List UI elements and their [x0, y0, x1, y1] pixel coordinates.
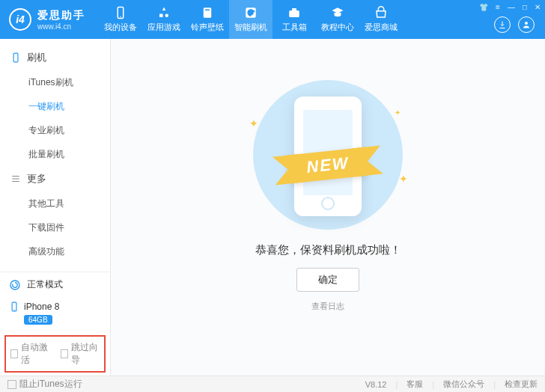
close-icon[interactable]: ✕: [535, 3, 541, 11]
mode-label: 正常模式: [27, 278, 63, 291]
top-nav: 我的设备 应用游戏 铃声壁纸 智能刷机 工具箱 教程中心 爱思商城: [99, 0, 403, 39]
phone-icon: [9, 301, 19, 312]
svg-point-7: [525, 22, 528, 25]
user-icon: [522, 20, 531, 29]
nav-apps-games[interactable]: 应用游戏: [142, 0, 186, 39]
nav-label: 我的设备: [104, 22, 137, 33]
nav-label: 应用游戏: [147, 22, 180, 33]
star-icon: ✦: [399, 173, 408, 185]
list-icon: [10, 174, 21, 184]
sidebar-scroll: 刷机 iTunes刷机 一键刷机 专业刷机 批量刷机 更多 其他工具 下载固件 …: [0, 39, 110, 272]
sidebar-bottom: 正常模式 iPhone 8 64GB 自动激活 跳过向导: [0, 272, 110, 376]
logo-icon: i4: [9, 8, 31, 31]
svg-point-11: [13, 310, 14, 310]
nav-label: 工具箱: [282, 22, 307, 33]
success-message: 恭喜您，保资料刷机成功啦！: [255, 243, 401, 257]
checkbox-icon: [7, 380, 16, 389]
checkbox-skip-wizard[interactable]: 跳过向导: [61, 341, 100, 367]
nav-label: 爱思商城: [365, 22, 398, 33]
toolbox-icon: [287, 6, 301, 19]
nav-label: 智能刷机: [234, 22, 267, 33]
star-icon: ✦: [249, 117, 258, 129]
group-label: 刷机: [27, 51, 46, 64]
svg-rect-2: [204, 7, 212, 18]
nav-smart-flash[interactable]: 智能刷机: [229, 0, 272, 39]
sidebar-item-batch-flash[interactable]: 批量刷机: [0, 142, 110, 166]
statusbar: 阻止iTunes运行 V8.12 | 客服 | 微信公众号 | 检查更新: [0, 376, 545, 392]
checkbox-icon: [61, 349, 68, 358]
logo-area: i4 爱思助手 www.i4.cn: [0, 8, 94, 31]
nav-tutorials[interactable]: 教程中心: [316, 0, 359, 39]
confirm-button[interactable]: 确定: [296, 268, 359, 292]
sidebar-item-oneclick-flash[interactable]: 一键刷机: [0, 94, 110, 118]
separator: |: [493, 380, 496, 389]
checkbox-auto-activate[interactable]: 自动激活: [10, 341, 50, 367]
refresh-icon: [244, 6, 258, 19]
checkbox-block-itunes[interactable]: 阻止iTunes运行: [7, 378, 82, 391]
svg-point-1: [120, 16, 121, 18]
minimize-icon[interactable]: —: [508, 3, 515, 11]
window-controls: 👕 ≡ — □ ✕: [479, 3, 541, 11]
storage-badge: 64GB: [24, 315, 52, 325]
brand-url: www.i4.cn: [37, 22, 85, 31]
svg-rect-6: [292, 8, 296, 10]
sidebar-item-itunes-flash[interactable]: iTunes刷机: [0, 70, 110, 94]
svg-rect-5: [289, 10, 299, 17]
success-illustration: NEW ✦ ✦ ✦: [234, 95, 421, 230]
device-icon: [114, 6, 127, 19]
checkbox-label: 阻止iTunes运行: [19, 378, 82, 391]
nav-label: 教程中心: [321, 22, 354, 33]
checkbox-label: 自动激活: [21, 341, 49, 367]
mode-icon: [9, 279, 21, 291]
nav-store[interactable]: 爱思商城: [359, 0, 403, 39]
main-panel: NEW ✦ ✦ ✦ 恭喜您，保资料刷机成功啦！ 确定 查看日志: [111, 39, 545, 376]
maximize-icon[interactable]: □: [523, 3, 527, 11]
sidebar-group-flash[interactable]: 刷机: [0, 45, 110, 70]
group-label: 更多: [27, 172, 46, 186]
header-actions: [494, 16, 535, 33]
sidebar-group-more[interactable]: 更多: [0, 166, 110, 192]
sidebar: 刷机 iTunes刷机 一键刷机 专业刷机 批量刷机 更多 其他工具 下载固件 …: [0, 39, 111, 376]
mode-row[interactable]: 正常模式: [0, 272, 110, 297]
support-link[interactable]: 客服: [407, 379, 423, 390]
apps-icon: [157, 6, 171, 19]
wechat-link[interactable]: 微信公众号: [443, 379, 484, 390]
view-log-link[interactable]: 查看日志: [311, 301, 344, 312]
nav-my-device[interactable]: 我的设备: [99, 0, 142, 39]
separator: |: [432, 380, 434, 389]
nav-ringtone-wallpaper[interactable]: 铃声壁纸: [186, 0, 229, 39]
device-name: iPhone 8: [24, 301, 59, 312]
menu-icon[interactable]: ≡: [496, 3, 500, 11]
checkbox-label: 跳过向导: [71, 341, 100, 367]
svg-point-9: [10, 281, 19, 290]
version-label: V8.12: [365, 380, 387, 389]
skin-icon[interactable]: 👕: [479, 3, 488, 11]
titlebar: i4 爱思助手 www.i4.cn 我的设备 应用游戏 铃声壁纸 智能刷机 工具…: [0, 0, 545, 39]
sidebar-item-advanced[interactable]: 高级功能: [0, 239, 110, 263]
note-icon: [201, 6, 214, 19]
device-row[interactable]: iPhone 8 64GB: [0, 297, 110, 332]
star-icon: ✦: [395, 108, 401, 117]
download-icon: [498, 20, 507, 29]
svg-rect-3: [205, 10, 210, 11]
svg-rect-8: [13, 53, 18, 62]
download-button[interactable]: [494, 16, 511, 33]
sidebar-item-pro-flash[interactable]: 专业刷机: [0, 118, 110, 142]
sidebar-item-download-firmware[interactable]: 下载固件: [0, 215, 110, 239]
phone-icon: [10, 52, 21, 63]
brand-name: 爱思助手: [37, 9, 85, 22]
separator: |: [395, 380, 398, 389]
body: 刷机 iTunes刷机 一键刷机 专业刷机 批量刷机 更多 其他工具 下载固件 …: [0, 39, 545, 376]
sidebar-item-other-tools[interactable]: 其他工具: [0, 192, 110, 215]
nav-toolbox[interactable]: 工具箱: [272, 0, 316, 39]
store-icon: [374, 6, 388, 19]
options-highlight: 自动激活 跳过向导: [4, 335, 106, 373]
user-button[interactable]: [518, 16, 535, 33]
logo-text: 爱思助手 www.i4.cn: [37, 9, 85, 31]
nav-label: 铃声壁纸: [191, 22, 224, 33]
check-update-link[interactable]: 检查更新: [505, 379, 538, 390]
checkbox-icon: [10, 349, 18, 358]
grad-cap-icon: [331, 6, 344, 19]
